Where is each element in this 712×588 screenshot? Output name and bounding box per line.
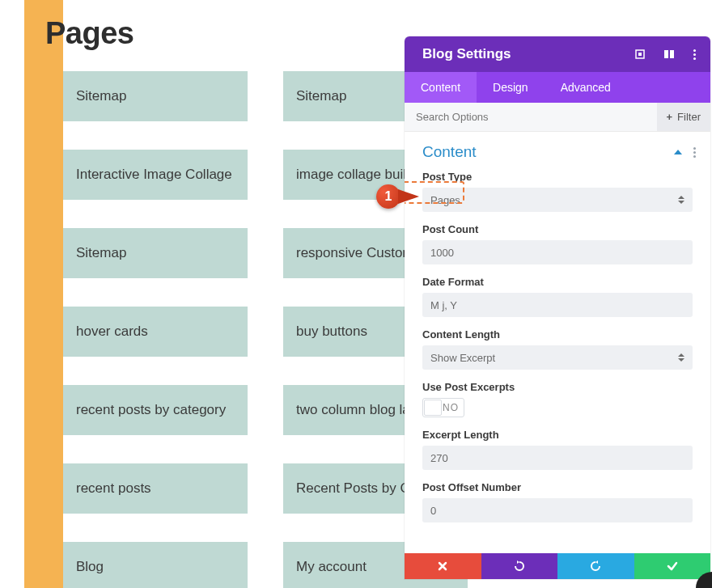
- field-label: Date Format: [422, 276, 693, 288]
- tab-advanced[interactable]: Advanced: [545, 72, 627, 103]
- section-title: Content: [422, 143, 477, 161]
- page-card[interactable]: hover cards: [63, 307, 248, 357]
- content-length-value: Show Excerpt: [430, 352, 495, 364]
- plus-icon: +: [667, 111, 673, 123]
- field-label: Post Offset Number: [422, 481, 693, 493]
- field-label: Content Length: [422, 328, 693, 341]
- date-format-value: M j, Y: [430, 299, 457, 311]
- field-label: Use Post Excerpts: [422, 381, 693, 393]
- page-card[interactable]: Blog: [63, 542, 248, 588]
- field-date-format: Date Format M j, Y: [422, 276, 693, 317]
- page-card[interactable]: recent posts: [63, 463, 248, 514]
- svg-rect-2: [664, 50, 668, 58]
- toggle-state: NO: [443, 402, 459, 413]
- redo-icon: [589, 560, 602, 573]
- page-card[interactable]: Sitemap: [63, 71, 248, 121]
- field-use-post-excerpts: Use Post Excerpts NO: [422, 381, 693, 417]
- field-post-count: Post Count 1000: [422, 223, 693, 264]
- field-label: Excerpt Length: [422, 429, 693, 441]
- sidebar-stripe: [24, 0, 63, 588]
- excerpt-length-value: 270: [430, 452, 448, 464]
- confirm-button[interactable]: [634, 553, 711, 579]
- undo-icon: [513, 560, 526, 573]
- callout-arrow-icon: [398, 189, 419, 204]
- filter-button[interactable]: + Filter: [657, 103, 710, 131]
- close-icon: [437, 561, 448, 572]
- use-excerpts-toggle[interactable]: NO: [422, 398, 464, 417]
- post-offset-input[interactable]: 0: [422, 498, 693, 522]
- tabs: Content Design Advanced: [405, 72, 710, 103]
- field-label: Post Count: [422, 223, 693, 235]
- select-caret-icon: [678, 353, 684, 362]
- search-row: + Filter: [405, 103, 710, 132]
- page-title: Pages: [45, 16, 134, 51]
- page-card[interactable]: Interactive Image Collage: [63, 150, 248, 200]
- menu-dots-icon[interactable]: [693, 49, 696, 60]
- filter-label: Filter: [677, 111, 701, 123]
- page-card[interactable]: recent posts by category: [63, 385, 248, 435]
- section-header: Content: [405, 132, 710, 166]
- fields-area: Post Type Pages Post Count 1000 Date For…: [405, 166, 710, 542]
- post-count-value: 1000: [430, 247, 454, 259]
- redo-button[interactable]: [557, 553, 634, 579]
- field-content-length: Content Length Show Excerpt: [422, 328, 693, 370]
- check-icon: [666, 560, 679, 573]
- columns-icon[interactable]: [663, 49, 675, 60]
- select-caret-icon: [678, 196, 684, 204]
- callout-number: 1: [376, 184, 400, 209]
- delete-button[interactable]: [405, 553, 481, 579]
- excerpt-length-input[interactable]: 270: [422, 446, 693, 470]
- page-card[interactable]: Sitemap: [63, 228, 248, 278]
- undo-button[interactable]: [481, 553, 558, 579]
- post-count-input[interactable]: 1000: [422, 240, 693, 264]
- settings-panel: Blog Settings Content Design Advanced + …: [405, 36, 710, 579]
- svg-rect-1: [638, 53, 642, 56]
- post-type-select[interactable]: Pages: [422, 188, 693, 212]
- post-offset-value: 0: [430, 505, 436, 517]
- panel-footer: [405, 553, 710, 579]
- callout-marker: 1: [376, 184, 419, 209]
- panel-title: Blog Settings: [422, 46, 511, 62]
- panel-header: Blog Settings: [405, 36, 710, 72]
- tab-design[interactable]: Design: [477, 72, 545, 103]
- tab-content[interactable]: Content: [405, 72, 477, 103]
- field-excerpt-length: Excerpt Length 270: [422, 429, 693, 470]
- field-label: Post Type: [422, 171, 693, 183]
- date-format-input[interactable]: M j, Y: [422, 293, 693, 317]
- toggle-knob: [424, 400, 442, 416]
- expand-icon[interactable]: [634, 49, 646, 60]
- section-menu-icon[interactable]: [693, 147, 696, 158]
- post-type-value: Pages: [430, 194, 460, 206]
- search-input[interactable]: [405, 111, 657, 123]
- field-post-type: Post Type Pages: [422, 171, 693, 212]
- field-post-offset: Post Offset Number 0: [422, 481, 693, 522]
- collapse-icon[interactable]: [674, 150, 682, 154]
- content-length-select[interactable]: Show Excerpt: [422, 345, 693, 370]
- svg-rect-3: [670, 50, 674, 58]
